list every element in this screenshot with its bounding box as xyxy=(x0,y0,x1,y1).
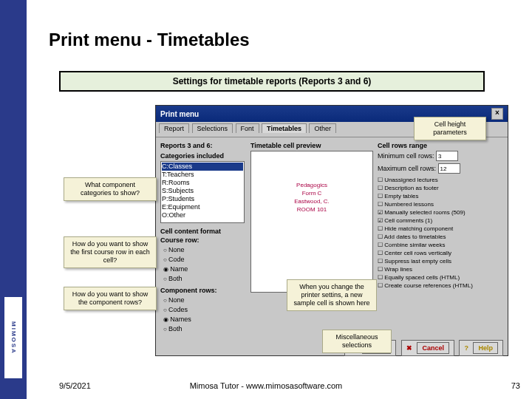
close-icon[interactable]: × xyxy=(491,108,503,120)
cell-content-label: Cell content format xyxy=(160,228,245,235)
app-window: Print menu × Report Selections Font Time… xyxy=(155,105,508,356)
tab-other[interactable]: Other xyxy=(309,123,336,133)
tab-timetables[interactable]: Timetables xyxy=(262,123,307,133)
cell-preview: Pedagogics Form C Eastwood, C. ROOM 101 xyxy=(250,151,373,293)
callout-misc: Miscellaneous selections xyxy=(322,330,392,353)
tab-selections[interactable]: Selections xyxy=(192,123,233,133)
tab-font[interactable]: Font xyxy=(236,123,259,133)
options-checklist: Unassigned lectures Description as foote… xyxy=(378,176,502,290)
help-button[interactable]: ? Help xyxy=(459,340,503,356)
categories-listbox[interactable]: C:Classes T:Teachers R:Rooms S:Subjects … xyxy=(160,161,245,223)
slide-subtitle: Settings for timetable reports (Reports … xyxy=(59,71,485,92)
footer-center: Mimosa Tutor - www.mimosasoftware.com xyxy=(0,381,532,390)
slide-title: Print menu - Timetables xyxy=(49,30,250,50)
window-title: Print menu xyxy=(160,110,199,118)
logo: MIMOSA xyxy=(4,297,22,378)
course-row-label: Course row: xyxy=(160,236,245,244)
course-row-options: None Code Name Both xyxy=(160,245,245,284)
callout-preview: When you change the printer settins, a n… xyxy=(287,279,377,311)
callout-cell-height: Cell height parameters xyxy=(414,117,486,140)
callout-course-row: How do you want to show the first course… xyxy=(64,236,157,268)
rows-range-label: Cell rows range xyxy=(378,142,502,149)
tab-report[interactable]: Report xyxy=(159,123,189,133)
callout-component-rows: How do you want to show the component ro… xyxy=(64,287,157,310)
callout-categories: What component categories to show? xyxy=(64,177,157,201)
preview-label: Timetable cell preview xyxy=(250,142,321,149)
categories-label: Categories included xyxy=(160,152,245,160)
component-rows-options: None Codes Names Both xyxy=(160,296,245,334)
component-rows-label: Component rows: xyxy=(160,287,245,294)
max-rows-input[interactable] xyxy=(438,163,460,174)
cancel-button[interactable]: ✖ Cancel xyxy=(401,340,454,356)
page-number: 73 xyxy=(511,381,520,390)
min-rows-input[interactable] xyxy=(436,151,458,161)
